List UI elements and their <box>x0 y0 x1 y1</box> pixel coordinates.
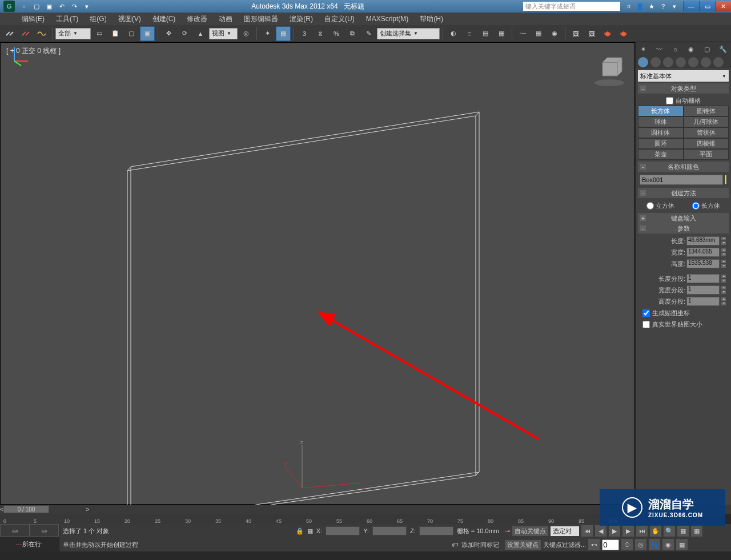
primitive-plane-button[interactable]: 平面 <box>684 149 729 160</box>
primitive-teapot-button[interactable]: 茶壶 <box>638 149 684 160</box>
lseg-spinner[interactable]: 1 <box>686 274 720 283</box>
qat-undo-icon[interactable]: ↶ <box>56 1 67 11</box>
helpers-subtab-icon[interactable] <box>688 57 698 67</box>
modify-tab-icon[interactable]: 〰 <box>654 43 665 55</box>
primitive-pyramid-button[interactable]: 四棱锥 <box>684 138 729 149</box>
lights-subtab-icon[interactable] <box>663 57 673 67</box>
qat-open-icon[interactable]: ▢ <box>31 1 42 11</box>
menu-rendering[interactable]: 渲染(R) <box>284 14 319 24</box>
menu-customize[interactable]: 自定义(U) <box>319 14 360 24</box>
shapes-subtab-icon[interactable] <box>650 57 661 67</box>
listener-icon[interactable]: ▭ <box>30 524 59 537</box>
unlink-icon[interactable] <box>18 26 33 41</box>
x-input[interactable] <box>326 526 360 535</box>
qat-dropdown-icon[interactable]: ▾ <box>81 1 93 11</box>
object-name-input[interactable] <box>640 175 723 185</box>
menu-edit[interactable]: 编辑(E) <box>16 14 50 24</box>
menu-create[interactable]: 创建(C) <box>147 14 182 24</box>
key-filter-button[interactable]: 关键点过滤器... <box>543 541 586 549</box>
bind-space-warp-icon[interactable] <box>34 26 49 41</box>
nav-walk-icon[interactable]: 👣 <box>649 539 660 550</box>
primitive-torus-button[interactable]: 圆环 <box>638 138 684 149</box>
nav-wheel-icon[interactable]: ◉ <box>662 539 674 550</box>
auto-grid-checkbox[interactable] <box>666 97 673 104</box>
nav-max2-icon[interactable]: ▦ <box>676 539 688 550</box>
curve-editor-icon[interactable]: 〰 <box>515 26 530 41</box>
mirror-icon[interactable]: ◐ <box>446 26 461 41</box>
nav-zoom-icon[interactable]: 🔍 <box>664 525 675 537</box>
systems-subtab-icon[interactable] <box>713 57 724 67</box>
grid-helper-icon[interactable]: ⌗ <box>624 1 634 11</box>
named-selection-dropdown[interactable]: 创建选择集▼ <box>377 28 440 39</box>
length-spinner[interactable]: 46.683mm <box>686 236 720 245</box>
snap3-icon[interactable]: 3 <box>297 26 312 41</box>
hseg-spinner[interactable]: 1 <box>686 297 720 306</box>
nav-max-icon[interactable]: ▦ <box>691 525 702 537</box>
tag-icon[interactable]: 🏷 <box>452 541 458 548</box>
close-button[interactable]: ✕ <box>715 1 731 11</box>
cameras-subtab-icon[interactable] <box>676 57 686 67</box>
rollout-creation-method[interactable]: -创建方法 <box>638 188 729 198</box>
prev-frame-icon[interactable]: ◀ <box>595 525 607 537</box>
nav-orbit-icon[interactable]: ◎ <box>635 539 646 550</box>
rollout-keyboard-entry[interactable]: +键盘输入 <box>638 213 729 223</box>
width-spinner[interactable]: 1344.055 <box>686 248 720 257</box>
select-rotate-icon[interactable]: ⟳ <box>177 26 192 41</box>
viewcube[interactable] <box>592 54 626 88</box>
minimize-button[interactable]: — <box>683 1 699 11</box>
time-slider-thumb[interactable]: 0 / 100 <box>3 505 49 513</box>
graphite-icon[interactable]: ▦ <box>494 26 509 41</box>
geometry-subtab-icon[interactable] <box>638 57 648 67</box>
select-move-icon[interactable]: ✥ <box>161 26 176 41</box>
link-icon[interactable] <box>2 26 17 41</box>
primitive-tube-button[interactable]: 管状体 <box>684 127 729 138</box>
lock-icon[interactable]: 🔒 <box>296 527 304 535</box>
primitive-type-dropdown[interactable]: 标准基本体▼ <box>638 70 729 82</box>
ref-coord-dropdown[interactable]: 视图▼ <box>209 28 238 39</box>
window-crossing-icon[interactable]: ▣ <box>140 26 155 41</box>
play-icon[interactable]: ▶ <box>609 525 620 537</box>
selection-filter-dropdown[interactable]: 全部▼ <box>55 28 91 39</box>
time-ruler[interactable]: 0510152025303540455055606570758085909510… <box>0 514 635 524</box>
key-mode-icon[interactable]: ⊷ <box>588 539 600 550</box>
time-config-icon[interactable]: ⏲ <box>621 539 633 550</box>
primitive-geosphere-button[interactable]: 几何球体 <box>684 116 729 127</box>
pivot-center-icon[interactable]: ◎ <box>239 26 254 41</box>
current-frame-input[interactable] <box>602 539 619 550</box>
help-dropdown-icon[interactable]: ▾ <box>669 1 680 11</box>
select-scale-icon[interactable]: ▲ <box>193 26 208 41</box>
primitive-box-button[interactable]: 长方体 <box>638 106 684 116</box>
maximize-button[interactable]: ▭ <box>699 1 715 11</box>
hierarchy-tab-icon[interactable]: ⌂ <box>670 43 681 55</box>
goto-start-icon[interactable]: ⏮ <box>581 525 593 537</box>
keyboard-shortcut-icon[interactable]: ▦ <box>276 26 291 41</box>
auto-key-button[interactable]: 自动关键点 <box>512 526 548 536</box>
signin-icon[interactable]: 👤 <box>635 1 645 11</box>
primitive-cylinder-button[interactable]: 圆柱体 <box>638 127 684 138</box>
render-setup-icon[interactable]: 🖼 <box>568 26 583 41</box>
render-icon[interactable]: 🫖 <box>600 26 615 41</box>
render-prod-icon[interactable]: 🫖 <box>616 26 631 41</box>
wseg-spinner[interactable]: 1 <box>686 285 720 295</box>
menu-modifiers[interactable]: 修改器 <box>181 14 213 24</box>
rollout-object-type[interactable]: -对象类型 <box>638 83 729 94</box>
rollout-name-color[interactable]: -名称和颜色 <box>638 162 729 172</box>
primitive-sphere-button[interactable]: 球体 <box>638 116 684 127</box>
z-input[interactable] <box>419 526 453 535</box>
select-object-icon[interactable]: ▭ <box>92 26 107 41</box>
select-rect-icon[interactable]: ▢ <box>124 26 139 41</box>
y-input[interactable] <box>372 526 407 535</box>
qat-redo-icon[interactable]: ↷ <box>69 1 80 11</box>
menu-tools[interactable]: 工具(T) <box>50 14 84 24</box>
schematic-icon[interactable]: ▦ <box>531 26 546 41</box>
align-icon[interactable]: ≡ <box>462 26 477 41</box>
next-frame-icon[interactable]: ▶ <box>622 525 634 537</box>
viewport[interactable]: [ + 0 正交 0 线框 ] z y <box>0 42 635 505</box>
menu-animation[interactable]: 动画 <box>213 14 238 24</box>
nav-field-icon[interactable]: ▦ <box>677 525 689 537</box>
menu-group[interactable]: 组(G) <box>84 14 112 24</box>
star-icon[interactable]: ★ <box>646 1 657 11</box>
edit-named-sel-icon[interactable]: ✎ <box>361 26 376 41</box>
cm-cube-radio[interactable]: 立方体 <box>646 202 674 210</box>
rollout-parameters[interactable]: -参数 <box>638 223 729 233</box>
